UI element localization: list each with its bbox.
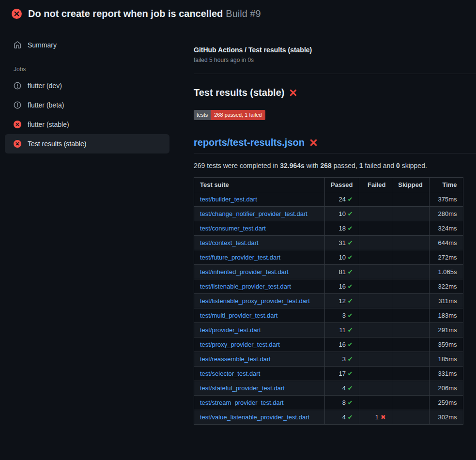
sidebar-item-job[interactable]: flutter (stable) (5, 115, 169, 134)
column-header-passed: Passed (325, 178, 359, 192)
main-content: GitHub Actions / Test results (stable) f… (174, 27, 476, 425)
test-suite-link[interactable]: test/listenable_provider_test.dart (200, 283, 291, 290)
sidebar: Summary Jobs flutter (dev)flutter (beta)… (0, 27, 174, 153)
sidebar-item-summary[interactable]: Summary (5, 35, 169, 55)
test-suite-cell: test/future_provider_test.dart (194, 250, 325, 265)
time-cell: 322ms (429, 279, 463, 294)
test-suite-cell: test/multi_provider_test.dart (194, 308, 325, 323)
check-icon: ✔ (348, 384, 353, 392)
test-suite-link[interactable]: test/change_notifier_provider_test.dart (200, 210, 307, 217)
test-suite-link[interactable]: test/consumer_test.dart (200, 225, 266, 232)
test-suite-cell: test/inherited_provider_test.dart (194, 265, 325, 279)
page-layout: Summary Jobs flutter (dev)flutter (beta)… (0, 27, 476, 425)
skipped-cell (392, 294, 429, 308)
check-icon: ✔ (348, 239, 353, 246)
results-table-body: test/builder_test.dart24 ✔375mstest/chan… (194, 192, 463, 425)
test-suite-link[interactable]: test/provider_test.dart (200, 326, 261, 334)
check-icon: ✔ (348, 370, 353, 377)
skipped-cell (392, 265, 429, 279)
test-suite-link[interactable]: test/future_provider_test.dart (200, 254, 280, 261)
sidebar-item-job[interactable]: Test results (stable) (5, 134, 169, 153)
test-suite-link[interactable]: test/reassemble_test.dart (200, 355, 271, 363)
test-suite-link[interactable]: test/listenable_proxy_provider_test.dart (200, 297, 310, 305)
skipped-cell (392, 308, 429, 323)
test-suite-cell: test/context_test.dart (194, 236, 325, 250)
check-icon: ✔ (348, 196, 353, 203)
run-title-group: Do not create report when job is cancell… (28, 8, 261, 19)
run-title: Do not create report when job is cancell… (28, 8, 223, 19)
section-title-text: Test results (stable) (194, 87, 284, 98)
column-header-skipped: Skipped (392, 178, 429, 192)
sidebar-item-job[interactable]: flutter (beta) (5, 95, 169, 115)
failed-cell (359, 207, 392, 221)
summary-failed-count: 1 (359, 162, 363, 169)
skipped-cell (392, 323, 429, 337)
skipped-cell (392, 367, 429, 381)
failed-cell (359, 279, 392, 294)
passed-cell: 11 ✔ (325, 323, 359, 337)
test-suite-link[interactable]: test/multi_provider_test.dart (200, 312, 277, 319)
time-cell: 331ms (429, 367, 463, 381)
column-header-test-suite: Test suite (194, 178, 325, 192)
failed-cell (359, 381, 392, 396)
time-cell: 375ms (429, 192, 463, 207)
test-suite-link[interactable]: test/stateful_provider_test.dart (200, 384, 285, 392)
passed-cell: 16 ✔ (325, 337, 359, 352)
test-suite-link[interactable]: test/value_listenable_provider_test.dart (200, 414, 309, 421)
passed-cell: 3 ✔ (325, 308, 359, 323)
report-heading: reports/test-results.json (194, 137, 476, 153)
test-suite-link[interactable]: test/stream_provider_test.dart (200, 399, 284, 406)
summary-total-time: 32.964s (280, 162, 305, 169)
failed-cell (359, 265, 392, 279)
time-cell: 644ms (429, 236, 463, 250)
passed-cell: 10 ✔ (325, 250, 359, 265)
report-link[interactable]: reports/test-results.json (194, 137, 305, 148)
time-cell: 259ms (429, 396, 463, 410)
table-row: test/future_provider_test.dart10 ✔272ms (194, 250, 463, 265)
test-suite-link[interactable]: test/proxy_provider_test.dart (200, 341, 280, 348)
test-suite-link[interactable]: test/selector_test.dart (200, 370, 260, 377)
skipped-cell (392, 207, 429, 221)
failed-cell (359, 367, 392, 381)
run-header: Do not create report when job is cancell… (0, 0, 476, 27)
failed-cell (359, 192, 392, 207)
test-suite-cell: test/proxy_provider_test.dart (194, 337, 325, 352)
time-cell: 206ms (429, 381, 463, 396)
sidebar-item-job[interactable]: flutter (dev) (5, 76, 169, 95)
passed-cell: 16 ✔ (325, 279, 359, 294)
failed-cell (359, 396, 392, 410)
skipped-cell (392, 192, 429, 207)
section-title: Test results (stable) (194, 87, 476, 98)
sidebar-job-label: flutter (dev) (28, 82, 62, 90)
passed-cell: 10 ✔ (325, 207, 359, 221)
summary-text: failed and (363, 162, 397, 169)
column-header-time: Time (429, 178, 463, 192)
check-icon: ✔ (348, 210, 353, 217)
breadcrumb[interactable]: GitHub Actions / Test results (stable) (194, 46, 476, 54)
passed-cell: 18 ✔ (325, 221, 359, 236)
table-row: test/builder_test.dart24 ✔375ms (194, 192, 463, 207)
time-cell: 1.065s (429, 265, 463, 279)
table-row: test/reassemble_test.dart3 ✔185ms (194, 352, 463, 367)
sidebar-job-label: Test results (stable) (28, 140, 86, 148)
table-row: test/inherited_provider_test.dart81 ✔1.0… (194, 265, 463, 279)
test-suite-link[interactable]: test/builder_test.dart (200, 196, 257, 203)
time-cell: 185ms (429, 352, 463, 367)
sidebar-summary-label: Summary (28, 41, 57, 49)
x-circle-icon (14, 140, 21, 148)
badge-value: 268 passed, 1 failed (211, 110, 265, 120)
table-row: test/stream_provider_test.dart8 ✔259ms (194, 396, 463, 410)
test-suite-cell: test/selector_test.dart (194, 367, 325, 381)
divider (194, 74, 476, 74)
test-suite-link[interactable]: test/context_test.dart (200, 239, 259, 246)
table-row: test/stateful_provider_test.dart4 ✔206ms (194, 381, 463, 396)
table-row: test/provider_test.dart11 ✔291ms (194, 323, 463, 337)
check-icon: ✔ (348, 355, 353, 363)
summary-line: 269 tests were completed in 32.964s with… (194, 162, 476, 169)
test-suite-link[interactable]: test/inherited_provider_test.dart (200, 268, 289, 276)
check-icon: ✔ (348, 326, 353, 334)
jobs-heading: Jobs (14, 66, 174, 73)
failed-cell (359, 221, 392, 236)
check-icon: ✔ (348, 268, 353, 276)
passed-cell: 81 ✔ (325, 265, 359, 279)
